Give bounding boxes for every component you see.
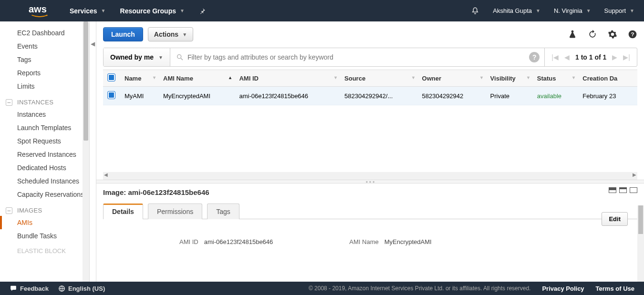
footer: Feedback English (US) © 2008 - 2019, Ama… [0,282,644,295]
tab-permissions[interactable]: Permissions [148,203,202,219]
region-menu[interactable]: N. Virginia▼ [554,7,591,14]
table-row[interactable]: MyAMI MyEncryptedAMI ami-06e123f24815be6… [103,87,637,105]
help-icon[interactable]: ? [628,30,637,39]
col-source[interactable]: Source▾ [340,70,417,87]
sidebar-item-spot-requests[interactable]: Spot Requests [0,134,89,148]
language-selector[interactable]: English (US) [58,285,105,292]
col-ami-name[interactable]: AMI Name▴ [158,70,234,87]
edit-button[interactable]: Edit [602,212,628,226]
notifications-button[interactable] [471,7,479,15]
sidebar-item-scheduled-instances[interactable]: Scheduled Instances [0,174,89,188]
sidebar-item-launch-templates[interactable]: Launch Templates [0,121,89,134]
aws-logo-text: aws [29,4,47,14]
detail-fields: AMI IDami-06e123f24815be646 AMI NameMyEn… [103,238,637,245]
sidebar-item-events[interactable]: Events [0,40,89,53]
select-all-checkbox[interactable] [108,74,115,81]
globe-icon [58,285,65,292]
page-first-button[interactable]: |◀ [551,53,559,61]
caret-down-icon: ▼ [182,32,187,37]
sidebar-scrollbar[interactable] [83,21,89,282]
sort-icon: ▾ [412,75,415,80]
ownership-label: Owned by me [110,53,154,61]
ownership-filter-dropdown[interactable]: Owned by me▼ [104,48,170,66]
pane-splitter[interactable]: ● ● ● [96,180,644,183]
toolbar-icons: ? [568,30,637,39]
sidebar-section-instances[interactable]: –INSTANCES [0,93,89,108]
services-menu[interactable]: Services▼ [70,7,106,15]
field-ami-name-label: AMI Name [349,238,378,245]
cell-status: available [532,87,578,105]
support-menu[interactable]: Support▼ [604,7,634,14]
svg-point-2 [177,55,181,59]
scrollbar-thumb[interactable] [83,21,88,141]
scrollbar-thumb[interactable] [638,205,643,234]
cell-source: 582304292942/... [340,87,417,105]
layout-split-bottom-icon[interactable] [609,187,616,193]
page-prev-button[interactable]: ◀ [564,53,570,61]
sidebar-item-instances[interactable]: Instances [0,108,89,121]
search-icon [170,53,187,61]
sidebar-section-images[interactable]: –IMAGES [0,201,89,216]
sidebar-item-reports[interactable]: Reports [0,66,89,80]
settings-icon[interactable] [608,30,617,39]
sidebar-item-bundle-tasks[interactable]: Bundle Tasks [0,229,89,243]
collapse-icon[interactable]: – [6,99,12,106]
cell-ami-id: ami-06e123f24815be646 [234,87,340,105]
col-creation-date[interactable]: Creation Da [578,70,637,87]
terms-link[interactable]: Terms of Use [596,285,634,292]
actions-menu-button[interactable]: Actions▼ [148,27,193,41]
pin-shortcut[interactable] [199,8,206,14]
sidebar-item-capacity-reservations[interactable]: Capacity Reservations [0,188,89,201]
col-visibility[interactable]: Visibility▾ [486,70,532,87]
launch-button[interactable]: Launch [103,27,143,41]
sort-icon: ▾ [334,75,337,80]
actions-label: Actions [154,31,178,38]
account-label: Akshita Gupta [493,7,532,14]
layout-split-small-icon[interactable] [619,187,627,193]
col-status[interactable]: Status▾ [532,70,578,87]
caret-down-icon: ▼ [180,8,185,13]
experiments-icon[interactable] [568,30,577,39]
row-checkbox[interactable] [108,92,115,99]
col-label: AMI Name [163,75,193,82]
content: Launch Actions▼ ? Owned by me▼ ? |◀ ◀ 1 … [96,21,644,282]
sidebar-item-dedicated-hosts[interactable]: Dedicated Hosts [0,161,89,174]
sidebar-item-tags[interactable]: Tags [0,53,89,66]
horizontal-scrollbar[interactable] [103,172,637,180]
cell-ami-name: MyEncryptedAMI [158,87,234,105]
sidebar-collapse-handle[interactable]: ◀ [90,21,96,282]
layout-full-icon[interactable] [630,187,637,193]
col-ami-id[interactable]: AMI ID▾ [234,70,340,87]
table-header-row: Name▾ AMI Name▴ AMI ID▾ Source▾ Owner▾ V… [103,70,637,87]
sidebar: EC2 Dashboard Events Tags Reports Limits… [0,21,90,282]
aws-logo[interactable]: aws [29,4,51,18]
svg-text:?: ? [631,31,634,37]
page-next-button[interactable]: ▶ [612,53,617,61]
sidebar-section-cutoff: ELASTIC BLOCK [0,243,89,254]
tab-tags[interactable]: Tags [207,203,239,219]
page-last-button[interactable]: ▶| [623,53,630,61]
col-label: Status [537,75,556,82]
sidebar-item-limits[interactable]: Limits [0,80,89,93]
sidebar-item-reserved-instances[interactable]: Reserved Instances [0,148,89,161]
field-ami-id-label: AMI ID [179,238,198,245]
copyright-text: © 2008 - 2019, Amazon Internet Services … [309,285,531,292]
filter-help-icon[interactable]: ? [529,52,540,62]
col-label: Name [125,75,141,82]
filter-input[interactable] [187,48,524,66]
col-name[interactable]: Name▾ [120,70,158,87]
refresh-icon[interactable] [588,30,597,39]
col-owner[interactable]: Owner▾ [417,70,486,87]
sidebar-item-ec2-dashboard[interactable]: EC2 Dashboard [0,26,89,40]
caret-down-icon: ▼ [536,8,540,13]
tab-details[interactable]: Details [103,203,143,219]
feedback-link[interactable]: Feedback [10,285,49,292]
privacy-link[interactable]: Privacy Policy [542,285,584,292]
details-scrollbar[interactable] [637,205,644,282]
account-menu[interactable]: Akshita Gupta▼ [493,7,540,14]
services-label: Services [70,7,97,15]
resource-groups-menu[interactable]: Resource Groups▼ [120,7,185,15]
sidebar-item-amis[interactable]: AMIs [0,216,89,229]
collapse-icon[interactable]: – [6,207,12,214]
sort-icon: ▾ [572,75,575,80]
